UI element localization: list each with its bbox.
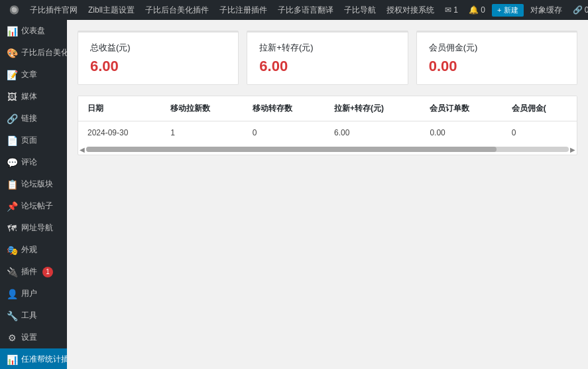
forum-posts-icon: 📌 (7, 201, 17, 212)
admin-bar-notifications[interactable]: 🔔 0 (465, 0, 489, 20)
admin-bar-right: + 新建 对象缓存 🔗 0 您好，李初一 (492, 0, 588, 20)
stats-icon: 📊 (7, 354, 17, 365)
scroll-arrows: ◀ ▶ (78, 144, 577, 155)
admin-bar-register[interactable]: 子比注册插件 (215, 0, 271, 20)
sidebar-item-users[interactable]: 👤 用户 (0, 283, 67, 305)
cache-button[interactable]: 对象缓存 (526, 0, 566, 20)
col-mobile-new: 移动拉新数 (161, 96, 243, 121)
table-cell: 0 (502, 121, 577, 145)
plugins-badge: 1 (42, 267, 53, 277)
sidebar-item-label: 任准帮统计插件 (21, 354, 67, 365)
stats-cards: 总收益(元) 6.00 拉新+转存(元) 6.00 会员佣金(元) 0.00 (78, 31, 577, 85)
stat-card-value: 6.00 (90, 58, 226, 75)
stat-card-value: 6.00 (259, 58, 395, 75)
admin-bar-beauty[interactable]: 子比后台美化插件 (141, 0, 213, 20)
sidebar-item-beauty[interactable]: 🎨 子比后台美化插件 (0, 42, 67, 64)
stat-card-total: 总收益(元) 6.00 (78, 31, 239, 85)
sidebar-item-dashboard[interactable]: 📊 仪表盘 (0, 20, 67, 42)
col-member-orders: 会员订单数 (420, 96, 502, 121)
admin-bar-comments[interactable]: ✉ 1 (441, 0, 462, 20)
admin-bar: 🔘 子比插件官网 Zibll主题设置 子比后台美化插件 子比注册插件 子比多语言… (0, 0, 588, 20)
admin-bar-zibll-settings[interactable]: Zibll主题设置 (84, 0, 139, 20)
admin-bar-lang[interactable]: 子比多语言翻译 (274, 0, 337, 20)
data-table: 日期 移动拉新数 移动转存数 拉新+转存(元) 会员订单数 会员佣金( 2024… (78, 96, 577, 144)
sidebar-item-label: 页面 (21, 135, 37, 146)
col-member-commission: 会员佣金( (502, 96, 577, 121)
scroll-track[interactable] (86, 147, 569, 152)
sidebar-item-plugins[interactable]: 🔌 插件 1 (0, 261, 67, 283)
col-mobile-transfer: 移动转存数 (243, 96, 325, 121)
dashboard-icon: 📊 (7, 26, 17, 37)
posts-icon: 📝 (7, 70, 17, 80)
stat-card-value: 0.00 (429, 58, 565, 75)
pages-icon: 📄 (7, 135, 17, 146)
table-cell: 0.00 (420, 121, 502, 145)
stat-card-commission: 会员佣金(元) 0.00 (416, 31, 577, 85)
settings-icon: ⚙ (7, 332, 17, 343)
admin-bar-site[interactable]: 子比插件官网 (26, 0, 82, 20)
table-row: 2024-09-30106.000.000 (78, 121, 577, 145)
sidebar-item-label: 仪表盘 (21, 25, 45, 37)
col-date: 日期 (78, 96, 161, 121)
col-total-amount: 拉新+转存(元) (325, 96, 420, 121)
main-layout: 📊 仪表盘 🎨 子比后台美化插件 📝 文章 🖼 媒体 🔗 链接 📄 页面 💬 评… (0, 20, 588, 369)
sidebar-item-comments[interactable]: 💬 评论 (0, 151, 67, 173)
sidebar-item-label: 工具 (21, 310, 37, 321)
comments-icon: 💬 (7, 157, 17, 168)
sidebar-item-label: 论坛帖子 (21, 200, 53, 212)
sidebar-item-pages[interactable]: 📄 页面 (0, 129, 67, 151)
scroll-right-arrow[interactable]: ▶ (569, 145, 577, 155)
data-table-container: 日期 移动拉新数 移动转存数 拉新+转存(元) 会员订单数 会员佣金( 2024… (78, 96, 577, 155)
sidebar-item-label: 子比后台美化插件 (21, 47, 67, 58)
stat-card-title: 总收益(元) (90, 42, 226, 54)
sidebar-item-label: 设置 (21, 332, 37, 343)
sidebar-item-links[interactable]: 🔗 链接 (0, 108, 67, 129)
sidebar-item-tools[interactable]: 🔧 工具 (0, 305, 67, 327)
main-content: 总收益(元) 6.00 拉新+转存(元) 6.00 会员佣金(元) 0.00 日… (67, 20, 588, 369)
sidebar-item-posts[interactable]: 📝 文章 (0, 64, 67, 86)
stat-card-title: 拉新+转存(元) (259, 42, 395, 54)
scroll-thumb (86, 147, 497, 152)
table-cell: 1 (161, 121, 243, 145)
sidebar-item-label: 文章 (21, 69, 37, 80)
table-cell: 6.00 (325, 121, 420, 145)
sidebar-item-label: 网址导航 (21, 222, 53, 234)
table-cell: 2024-09-30 (78, 121, 161, 145)
sidebar-item-label: 论坛版块 (21, 179, 53, 190)
stat-card-title: 会员佣金(元) (429, 42, 565, 54)
table-header-row: 日期 移动拉新数 移动转存数 拉新+转存(元) 会员订单数 会员佣金( (78, 96, 577, 121)
sidebar-item-appearance[interactable]: 🎭 外观 (0, 239, 67, 261)
sidebar-item-label: 外观 (21, 244, 37, 256)
tools-icon: 🔧 (7, 311, 17, 321)
sidebar-item-label: 媒体 (21, 91, 37, 102)
links-icon: 🔗 (7, 113, 17, 124)
admin-bar-auth[interactable]: 授权对接系统 (382, 0, 438, 20)
link-button[interactable]: 🔗 0 (569, 0, 588, 20)
sidebar-item-label: 评论 (21, 157, 37, 168)
beauty-icon: 🎨 (7, 48, 17, 58)
sidebar-item-label: 用户 (21, 288, 37, 299)
media-icon: 🖼 (7, 92, 17, 102)
sidebar-item-settings[interactable]: ⚙ 设置 (0, 327, 67, 348)
sidebar-item-stats[interactable]: 📊 任准帮统计插件 (0, 348, 67, 369)
wordpress-logo[interactable]: 🔘 (5, 0, 23, 20)
appearance-icon: 🎭 (7, 245, 17, 256)
forum-blocks-icon: 📋 (7, 179, 17, 190)
scroll-left-arrow[interactable]: ◀ (78, 145, 86, 155)
sidebar-item-url-nav[interactable]: 🗺 网址导航 (0, 217, 67, 239)
sidebar-item-label: 插件 (21, 266, 37, 277)
url-nav-icon: 🗺 (7, 223, 17, 234)
users-icon: 👤 (7, 289, 17, 299)
sidebar: 📊 仪表盘 🎨 子比后台美化插件 📝 文章 🖼 媒体 🔗 链接 📄 页面 💬 评… (0, 20, 67, 369)
sidebar-item-label: 链接 (21, 113, 37, 124)
sidebar-item-media[interactable]: 🖼 媒体 (0, 86, 67, 108)
sidebar-item-forum-posts[interactable]: 📌 论坛帖子 (0, 195, 67, 217)
stat-card-transfer: 拉新+转存(元) 6.00 (247, 31, 408, 85)
table-cell: 0 (243, 121, 325, 145)
plugins-icon: 🔌 (7, 267, 17, 277)
sidebar-item-forum-blocks[interactable]: 📋 论坛版块 (0, 173, 67, 195)
new-button[interactable]: + 新建 (492, 4, 523, 17)
admin-bar-nav[interactable]: 子比导航 (340, 0, 380, 20)
